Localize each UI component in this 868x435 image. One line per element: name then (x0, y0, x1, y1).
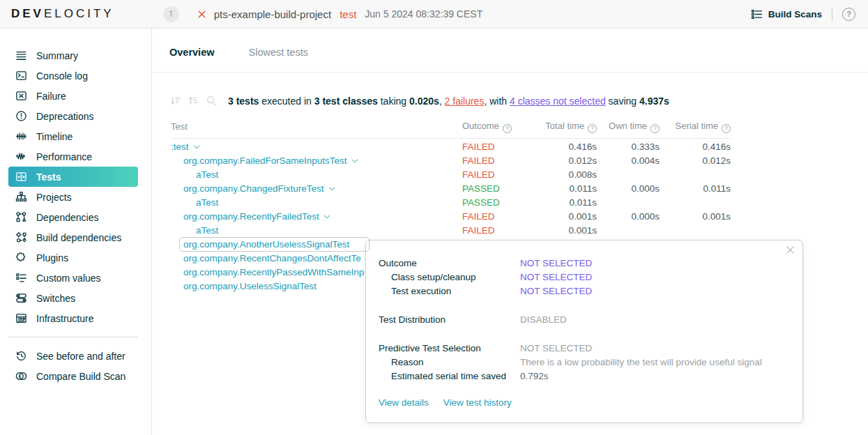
help-icon[interactable]: ? (503, 124, 512, 133)
build-task-link[interactable]: test (340, 8, 356, 20)
sidebar-item-dependencies[interactable]: Dependencies (8, 207, 138, 227)
sidebar-item-plugins[interactable]: Plugins (8, 247, 138, 268)
close-icon[interactable] (785, 245, 795, 255)
header-actions: Build Scans ? (751, 7, 855, 21)
popup-value: There is a low probability the test will… (520, 356, 762, 369)
table-row: org.company.FailedForSameInputsTestFAILE… (171, 154, 731, 168)
sort-descending-icon[interactable] (169, 95, 181, 107)
summary-link[interactable]: 4 classes not selected (510, 96, 606, 107)
sidebar-item-build-dependencies[interactable]: Build dependencies (8, 227, 138, 247)
sidebar-item-projects[interactable]: Projects (8, 187, 138, 207)
build-scans-label: Build Scans (768, 9, 822, 20)
build-failed-icon (197, 10, 206, 19)
tests-summary-text: 3 tests executed in 3 test classes takin… (228, 96, 669, 107)
help-icon[interactable]: ? (722, 124, 731, 133)
column-header-serial-time: Serial time? (660, 121, 731, 133)
test-link[interactable]: org.company.RecentChangesDontAffectTe (183, 253, 361, 264)
outcome-cell: FAILED (462, 155, 542, 166)
sidebar-item-see-before-and-after[interactable]: See before and after (8, 346, 138, 366)
test-link[interactable]: aTest (196, 169, 218, 180)
outcome-cell: FAILED (462, 169, 542, 180)
test-link[interactable]: org.company.AnotherUselessSignalTest (183, 239, 349, 250)
sort-ascending-icon[interactable] (188, 95, 199, 107)
switches-icon (15, 292, 27, 304)
popup-value: 0.792s (520, 369, 549, 383)
custom-values-icon (15, 272, 27, 284)
main-content: OverviewSlowest tests 3 tests executed i… (152, 29, 868, 435)
test-link[interactable]: aTest (196, 197, 218, 208)
test-link[interactable]: org.company.FailedForSameInputsTest (183, 155, 347, 166)
develocity-logo[interactable]: DEVELOCITY (11, 7, 114, 21)
table-row: aTestPASSED0.011s (171, 196, 731, 210)
history-icon (15, 350, 27, 362)
column-header-test: Test (171, 121, 462, 132)
sidebar-item-label: Custom values (36, 273, 101, 284)
sidebar-item-timeline[interactable]: Timeline (8, 126, 138, 146)
sidebar-item-label: See before and after (36, 351, 125, 362)
infrastructure-icon (15, 312, 27, 324)
sidebar-item-failure[interactable]: Failure (8, 86, 138, 106)
help-icon[interactable]: ? (650, 124, 660, 133)
sidebar-item-console-log[interactable]: Console log (8, 66, 138, 86)
popup-label: Test Distribution (379, 313, 520, 327)
sidebar: SummaryConsole logFailureDeprecationsTim… (0, 29, 152, 435)
summary-text: , with (484, 96, 510, 107)
outcome-cell: FAILED (462, 142, 542, 152)
test-details-popup: OutcomeNOT SELECTEDClass setup/cleanupNO… (365, 240, 803, 423)
plugins-icon (15, 252, 27, 264)
own-time-cell: 0.333s (597, 142, 660, 152)
avatar[interactable]: T (163, 6, 179, 22)
table-row: :testFAILED0.416s0.333s0.416s (171, 140, 731, 154)
serial-time-cell: 0.011s (660, 183, 731, 194)
sidebar-item-switches[interactable]: Switches (8, 288, 138, 308)
help-icon[interactable]: ? (842, 8, 855, 21)
serial-time-cell: 0.012s (660, 155, 731, 166)
sidebar-item-label: Console log (36, 70, 88, 82)
table-toolbar (169, 95, 218, 107)
outcome-cell: PASSED (462, 183, 542, 194)
popup-value: NOT SELECTED (520, 342, 592, 356)
tab-slowest-tests[interactable]: Slowest tests (249, 47, 308, 72)
tab-overview[interactable]: Overview (169, 47, 215, 72)
sidebar-item-summary[interactable]: Summary (8, 45, 138, 66)
help-icon[interactable]: ? (588, 124, 597, 133)
total-time-cell: 0.011s (542, 197, 597, 208)
chevron-down-icon[interactable] (351, 155, 358, 166)
sidebar-divider (8, 337, 138, 337)
sidebar-item-infrastructure[interactable]: Infrastructure (8, 308, 138, 328)
search-icon[interactable] (206, 95, 218, 107)
test-link[interactable]: aTest (196, 225, 218, 236)
test-link[interactable]: org.company.RecentlyPassedWithSameInp (183, 267, 364, 277)
sidebar-item-deprecations[interactable]: Deprecations (8, 106, 138, 126)
projects-icon (15, 191, 27, 203)
tab-bar: OverviewSlowest tests (152, 29, 868, 72)
sidebar-item-custom-values[interactable]: Custom values (8, 268, 138, 288)
outcome-cell: FAILED (462, 225, 542, 236)
popup-rows: OutcomeNOT SELECTEDClass setup/cleanupNO… (379, 257, 789, 383)
test-link[interactable]: org.company.UselessSignalTest (183, 281, 317, 291)
dependencies-icon (15, 211, 27, 223)
sidebar-item-label: Switches (36, 293, 75, 304)
test-link[interactable]: org.company.RecentlyFailedTest (183, 211, 319, 222)
sidebar-item-label: Summary (36, 50, 78, 61)
serial-time-cell: 0.001s (660, 211, 731, 222)
sidebar-item-label: Deprecations (36, 111, 94, 122)
sidebar-item-performance[interactable]: Performance (8, 146, 138, 167)
chevron-down-icon[interactable] (193, 142, 200, 152)
popup-link-view-test-history[interactable]: View test history (443, 397, 512, 408)
chevron-down-icon[interactable] (328, 183, 335, 194)
chevron-down-icon[interactable] (323, 211, 330, 222)
test-link[interactable]: :test (171, 142, 189, 152)
sidebar-item-tests[interactable]: Tests (8, 167, 138, 187)
top-header: DEVELOCITY T pts-example-build-project t… (0, 0, 868, 29)
console-log-icon (15, 70, 27, 82)
column-header-total-time: Total time? (542, 121, 597, 133)
popup-label: Estimated serial time saved (379, 369, 520, 383)
sidebar-item-label: Compare Build Scan (36, 371, 125, 382)
popup-link-view-details[interactable]: View details (379, 397, 429, 408)
summary-link[interactable]: 2 failures (445, 96, 485, 107)
sidebar-item-compare-build-scan[interactable]: ACompare Build Scan (8, 366, 138, 386)
table-header: TestOutcome?Total time?Own time?Serial t… (171, 121, 731, 139)
test-link[interactable]: org.company.ChangedFixtureTest (183, 183, 324, 194)
build-scans-link[interactable]: Build Scans (751, 8, 822, 20)
